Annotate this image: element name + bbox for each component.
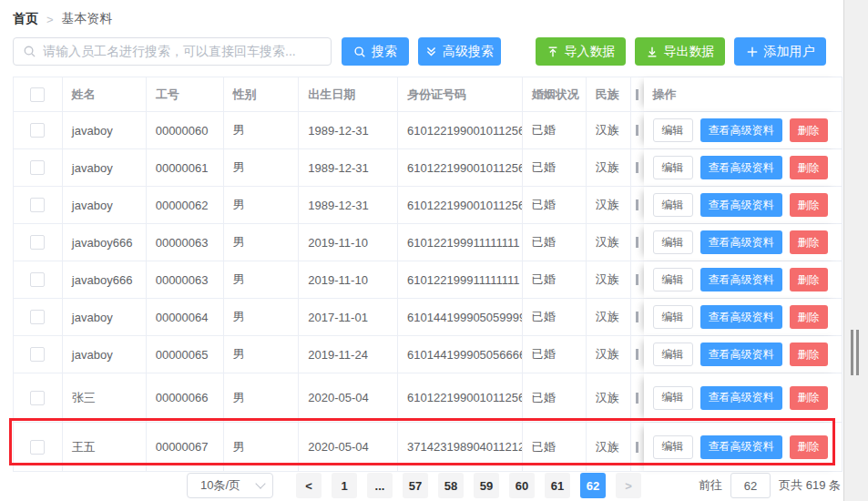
page-59-button[interactable]: 59 — [474, 473, 499, 498]
cell-marital: 已婚 — [523, 261, 587, 298]
search-button[interactable]: 搜索 — [342, 37, 409, 66]
more-pages-button[interactable]: ... — [367, 473, 393, 498]
header-gender[interactable]: 性别 — [224, 77, 300, 111]
breadcrumb-home[interactable]: 首页 — [13, 11, 38, 27]
delete-button[interactable]: 删除 — [790, 305, 828, 329]
page-60-button[interactable]: 60 — [509, 473, 535, 498]
view-advanced-button[interactable]: 查看高级资料 — [700, 268, 782, 291]
view-advanced-button[interactable]: 查看高级资料 — [700, 193, 782, 217]
page-62-button[interactable]: 62 — [580, 473, 606, 498]
cell-name: javaboy — [63, 299, 147, 335]
delete-button[interactable]: 删除 — [790, 230, 828, 254]
edit-button[interactable]: 编辑 — [653, 230, 693, 254]
cell-empno: 00000061 — [147, 149, 224, 186]
cell-ethnic: 汉族 — [587, 261, 631, 298]
delete-button[interactable]: 删除 — [790, 118, 828, 142]
prev-page-button[interactable]: < — [296, 473, 322, 498]
jump-page-input[interactable] — [730, 473, 771, 498]
table-row: javaboy666 00000063 男 2019-11-10 6101221… — [14, 261, 842, 299]
table-row: javaboy 00000061 男 1989-12-31 6101221990… — [14, 149, 842, 187]
table-row: 王五 00000067 男 2020-05-04 371423198904011… — [14, 423, 842, 472]
next-page-button[interactable]: > — [616, 473, 641, 498]
page-size-select[interactable]: 10条/页 — [187, 473, 273, 498]
edit-button[interactable]: 编辑 — [653, 156, 693, 179]
view-advanced-button[interactable]: 查看高级资料 — [700, 305, 782, 329]
cell-birth: 2019-11-10 — [299, 224, 398, 261]
add-user-button[interactable]: 添加用户 — [734, 37, 826, 66]
header-idcard[interactable]: 身份证号码 — [398, 77, 523, 111]
export-data-button[interactable]: 导出数据 — [635, 37, 725, 66]
page-1-button[interactable]: 1 — [332, 473, 357, 498]
edit-button[interactable]: 编辑 — [653, 118, 693, 142]
delete-button[interactable]: 删除 — [790, 343, 828, 366]
cell-empno: 00000062 — [147, 187, 224, 223]
cell-birth: 2019-11-10 — [299, 261, 398, 298]
page-57-button[interactable]: 57 — [403, 473, 428, 498]
view-advanced-button[interactable]: 查看高级资料 — [700, 435, 782, 459]
view-advanced-button[interactable]: 查看高级资料 — [700, 386, 782, 410]
row-checkbox[interactable] — [30, 440, 45, 455]
header-operations: 操作 — [644, 77, 842, 111]
row-checkbox[interactable] — [30, 160, 45, 175]
delete-button[interactable]: 删除 — [790, 156, 828, 179]
row-checkbox[interactable] — [30, 272, 45, 287]
header-marital[interactable]: 婚姻状况 — [523, 77, 587, 111]
edit-button[interactable]: 编辑 — [653, 305, 693, 329]
row-checkbox[interactable] — [30, 198, 45, 212]
download-icon — [646, 46, 659, 58]
delete-button[interactable]: 删除 — [790, 268, 828, 291]
header-empno[interactable]: 工号 — [147, 77, 224, 111]
cell-idcard: 371423198904011212 — [398, 423, 523, 471]
edit-button[interactable]: 编辑 — [653, 193, 693, 217]
scrollbar-grip[interactable] — [851, 330, 859, 375]
clipped-column-header — [631, 77, 644, 111]
page-58-button[interactable]: 58 — [438, 473, 464, 498]
cell-gender: 男 — [224, 336, 300, 373]
row-checkbox[interactable] — [30, 347, 45, 362]
page-61-button[interactable]: 61 — [545, 473, 570, 498]
table-row: 张三 00000066 男 2020-05-04 610122199001011… — [14, 373, 842, 423]
import-data-button[interactable]: 导入数据 — [536, 37, 626, 66]
edit-button[interactable]: 编辑 — [653, 343, 693, 366]
clipped-glyph — [636, 89, 638, 100]
row-actions: 编辑 查看高级资料 删除 — [644, 112, 842, 148]
cell-gender: 男 — [224, 149, 300, 186]
view-advanced-button[interactable]: 查看高级资料 — [700, 118, 782, 142]
cell-name: javaboy — [63, 187, 147, 223]
advanced-search-button[interactable]: 高级搜索 — [418, 37, 501, 66]
cell-empno: 00000063 — [147, 261, 224, 298]
clipped-glyph — [636, 162, 638, 173]
clipped-column-cell — [631, 336, 644, 373]
edit-button[interactable]: 编辑 — [653, 268, 693, 291]
view-advanced-button[interactable]: 查看高级资料 — [700, 343, 782, 366]
clipped-glyph — [636, 393, 638, 404]
cell-birth: 1989-12-31 — [299, 112, 398, 148]
clipped-glyph — [636, 274, 638, 285]
delete-button[interactable]: 删除 — [790, 386, 828, 410]
row-checkbox[interactable] — [30, 391, 45, 405]
header-ethnic[interactable]: 民族 — [587, 77, 631, 111]
select-all-checkbox[interactable] — [30, 87, 45, 102]
pagination-jump: 前往 页共 619 条 — [699, 473, 841, 498]
view-advanced-button[interactable]: 查看高级资料 — [700, 230, 782, 254]
scrollbar-track[interactable] — [843, 0, 868, 501]
header-name[interactable]: 姓名 — [63, 77, 147, 111]
search-input[interactable]: 请输入员工名进行搜索，可以直接回车搜索... — [13, 37, 332, 66]
cell-gender: 男 — [224, 423, 300, 471]
row-checkbox[interactable] — [30, 123, 45, 138]
delete-button[interactable]: 删除 — [790, 435, 828, 459]
cell-gender: 男 — [224, 112, 300, 148]
delete-button[interactable]: 删除 — [790, 193, 828, 217]
jump-label: 前往 — [699, 477, 722, 494]
row-checkbox-cell — [14, 149, 63, 186]
row-checkbox-cell — [14, 261, 63, 298]
header-birth[interactable]: 出生日期 — [299, 77, 398, 111]
row-actions: 编辑 查看高级资料 删除 — [644, 373, 842, 422]
edit-button[interactable]: 编辑 — [653, 435, 693, 459]
row-checkbox[interactable] — [30, 310, 45, 324]
row-checkbox[interactable] — [30, 235, 45, 250]
cell-name: javaboy666 — [63, 261, 147, 298]
row-checkbox-cell — [14, 373, 63, 422]
edit-button[interactable]: 编辑 — [653, 386, 693, 410]
view-advanced-button[interactable]: 查看高级资料 — [700, 156, 782, 179]
